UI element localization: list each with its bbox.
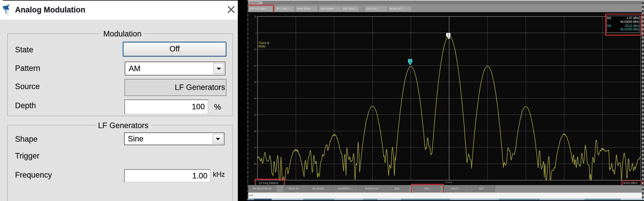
svg-text:-10: -10 [253, 48, 257, 51]
svg-text:-60: -60 [253, 130, 257, 132]
svg-text:Trace A: Trace A [258, 41, 269, 45]
svg-text:-40: -40 [253, 97, 257, 100]
svg-text:1: 1 [448, 33, 449, 36]
svg-text:-20: -20 [253, 64, 257, 67]
svg-text:-80: -80 [253, 163, 257, 165]
svg-text:-50: -50 [253, 114, 257, 116]
svg-text:90MHz: 90MHz [446, 181, 452, 184]
svg-text:-30: -30 [253, 81, 257, 83]
svg-text:-70: -70 [253, 146, 257, 149]
svg-text:Write: Write [258, 45, 266, 48]
svg-text:2: 2 [409, 59, 411, 62]
svg-text:0: 0 [255, 32, 257, 34]
svg-text:10: 10 [254, 15, 257, 18]
